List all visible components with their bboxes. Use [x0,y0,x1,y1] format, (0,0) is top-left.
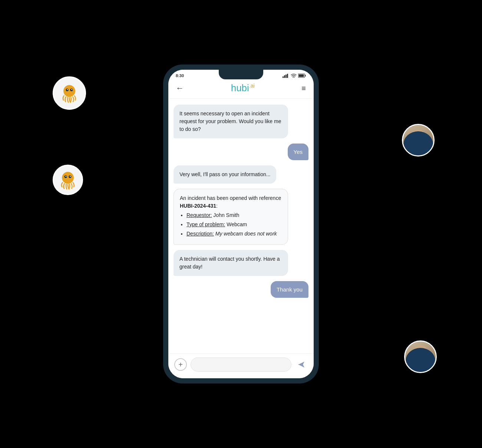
message-input[interactable] [191,358,291,372]
back-button[interactable]: ← [176,83,184,93]
svg-rect-17 [299,75,304,77]
user-avatar-bottom [404,340,437,373]
bot-message-1: It seems necessary to open an incident r… [174,105,288,138]
svg-point-3 [67,89,68,90]
svg-rect-10 [283,76,284,78]
app-logo: hubi.ai [231,82,255,94]
incident-detail-description: Description: My webcam does not work [186,230,282,238]
chat-area[interactable]: It seems necessary to open an incident r… [168,99,314,353]
bot-avatar-mid [53,165,83,195]
bot-message-3: A technician will contact you shortly. H… [174,250,288,276]
status-bar: 8:30 [168,70,314,79]
svg-point-5 [62,172,74,184]
logo-suffix: .ai [249,83,255,89]
svg-point-14 [293,78,294,78]
signal-icon [283,73,289,78]
bot-message-2: Very well, I'll pass on your information… [174,165,276,184]
svg-point-9 [70,176,71,177]
scene: 8:30 [37,20,445,428]
user-avatar-top [402,124,435,157]
user-message-1: Yes [288,144,308,160]
svg-point-4 [71,89,72,90]
svg-rect-12 [285,75,287,78]
menu-button[interactable]: ≡ [301,85,306,92]
svg-rect-11 [284,75,285,78]
user-message-2: Thank you [271,281,308,298]
app-header: ← hubi.ai ≡ [168,79,314,99]
incident-detail-type: Type of problem: Webcam [186,221,282,228]
svg-rect-13 [287,74,288,78]
svg-point-0 [63,85,75,97]
bot-avatar-top [53,76,86,110]
wifi-icon [291,73,297,78]
svg-rect-16 [305,75,306,77]
phone: 8:30 [163,65,319,383]
incident-detail-requestor: Requestor: John Smith [186,211,282,219]
status-icons [283,73,306,78]
input-bar: + [168,353,314,378]
send-button[interactable] [295,358,308,371]
svg-point-8 [65,176,66,177]
bot-message-incident: An incident has been opened with referen… [174,189,288,245]
status-time: 8:30 [176,73,184,78]
send-icon [298,361,305,368]
battery-icon [298,73,306,78]
logo-text: hubi [231,82,249,93]
add-button[interactable]: + [174,358,187,371]
incident-details-list: Requestor: John Smith Type of problem: W… [186,211,282,238]
notch [219,70,263,79]
